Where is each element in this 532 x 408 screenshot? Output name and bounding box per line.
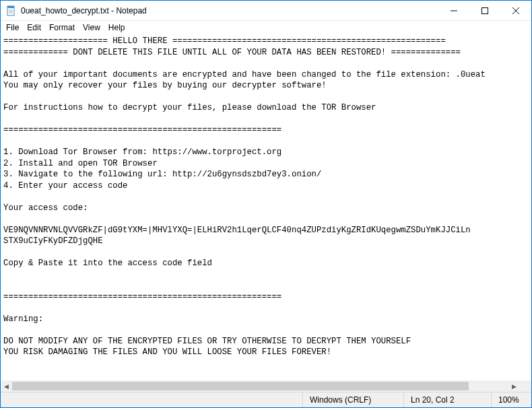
menu-help[interactable]: Help xyxy=(104,22,129,33)
minimize-button[interactable] xyxy=(438,1,469,21)
scroll-left-arrow-icon[interactable]: ◀ xyxy=(1,380,12,392)
close-button[interactable] xyxy=(500,1,531,21)
document-text[interactable]: ===================== HELLO THERE ======… xyxy=(3,36,529,358)
menubar: File Edit Format View Help xyxy=(1,21,531,34)
horizontal-scrollbar[interactable]: ◀ ▶ xyxy=(1,380,520,392)
titlebar: 0ueat_howto_decrypt.txt - Notepad xyxy=(1,1,531,21)
menu-edit[interactable]: Edit xyxy=(23,22,45,33)
status-zoom: 100% xyxy=(491,393,531,407)
scroll-thumb[interactable] xyxy=(12,382,469,390)
status-position: Ln 20, Col 2 xyxy=(403,393,491,407)
editor-area: ===================== HELLO THERE ======… xyxy=(1,34,531,392)
text-area[interactable]: ===================== HELLO THERE ======… xyxy=(1,34,531,380)
maximize-button[interactable] xyxy=(469,1,500,21)
svg-rect-6 xyxy=(482,7,488,13)
menu-format[interactable]: Format xyxy=(45,22,79,33)
menu-view[interactable]: View xyxy=(79,22,104,33)
svg-rect-1 xyxy=(7,6,14,8)
statusbar: Windows (CRLF) Ln 20, Col 2 100% xyxy=(1,392,531,407)
status-encoding: Windows (CRLF) xyxy=(302,393,403,407)
scroll-track[interactable] xyxy=(12,380,508,392)
notepad-icon xyxy=(6,5,17,16)
scroll-corner xyxy=(520,380,531,392)
scroll-right-arrow-icon[interactable]: ▶ xyxy=(508,380,520,392)
window-title: 0ueat_howto_decrypt.txt - Notepad xyxy=(21,6,147,15)
menu-file[interactable]: File xyxy=(2,22,23,33)
status-empty xyxy=(1,393,302,407)
